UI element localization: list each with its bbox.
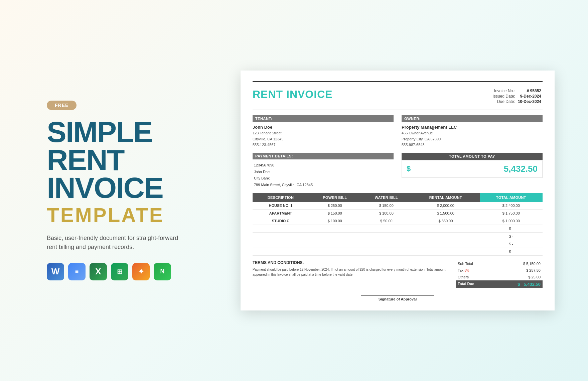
row-desc — [253, 225, 309, 232]
invoice-no-label: Invoice No.: — [491, 88, 517, 94]
tenant-address2: Cityville, CA 12345 — [253, 136, 394, 142]
title-line3: INVOICE — [47, 174, 214, 202]
payment-owner-section: PAYMENT DETAILS: 1234567890 John Doe Cit… — [253, 153, 543, 188]
row-power — [309, 232, 361, 240]
terms-title: TERMS AND CONDITIONS: — [253, 260, 448, 265]
bottom-section: TERMS AND CONDITIONS: Payment should be … — [253, 260, 543, 288]
row-rental — [412, 225, 479, 232]
col-total: TOTAL AMOUNT — [480, 193, 543, 202]
col-rental: RENTAL AMOUNT — [412, 193, 479, 202]
sheets-icon: ⊞ — [111, 263, 128, 280]
left-title: SIMPLE RENT INVOICE TEMPLATE — [47, 118, 214, 226]
top-border — [253, 81, 543, 82]
col-water: WATER BILL — [361, 193, 412, 202]
subtotal-label: Sub Total — [458, 262, 473, 266]
app-icons: W ≡ X ⊞ ✦ N — [47, 263, 214, 280]
owner-phone: 555-987-6543 — [402, 142, 543, 148]
sig-line — [361, 295, 434, 296]
table-row: $ - — [253, 240, 543, 248]
total-amount: 5,432.50 — [504, 164, 538, 174]
table-row: $ - — [253, 248, 543, 255]
row-desc: STUDIO C — [253, 217, 309, 225]
invoice-table: DESCRIPTION POWER BILL WATER BILL RENTAL… — [253, 193, 543, 256]
row-rental — [412, 248, 479, 255]
row-power — [309, 240, 361, 248]
issued-date-value: 9-Dec-2024 — [517, 94, 543, 99]
main-container: FREE SIMPLE RENT INVOICE TEMPLATE Basic,… — [33, 27, 555, 354]
row-water: $ 100.00 — [361, 209, 412, 217]
row-total: $ - — [480, 232, 543, 240]
table-row: APARTMENT $ 150.00 $ 100.00 $ 1,500.00 $… — [253, 209, 543, 217]
row-total: $ - — [480, 248, 543, 255]
title-line2: RENT — [47, 146, 214, 174]
row-water — [361, 240, 412, 248]
docs-icon: ≡ — [68, 263, 86, 280]
row-water — [361, 248, 412, 255]
table-row: STUDIO C $ 100.00 $ 50.00 $ 850.00 $ 1,0… — [253, 217, 543, 225]
table-row: HOUSE NO. 1 $ 250.00 $ 150.00 $ 2,000.00… — [253, 202, 543, 210]
owner-address1: 456 Owner Avenue — [402, 130, 543, 136]
tax-value: $ 257.50 — [526, 268, 541, 272]
due-date-label: Due Date: — [491, 99, 517, 104]
divider-1 — [253, 110, 543, 110]
row-rental: $ 850.00 — [412, 217, 479, 225]
row-power — [309, 248, 361, 255]
row-rental — [412, 240, 479, 248]
owner-header: OWNER: — [402, 115, 543, 122]
title-sub: TEMPLATE — [47, 205, 214, 226]
owner-block: OWNER: Property Management LLC 456 Owner… — [402, 115, 543, 148]
total-currency: $ — [407, 164, 411, 173]
invoice-title: RENT INVOICE — [253, 88, 333, 101]
summary-block: Sub Total $ 5,150.00 Tax 5% $ 257.50 Oth… — [456, 260, 543, 288]
tax-percent: 5% — [464, 269, 469, 272]
total-header: TOTAL AMOUNT TO PAY — [402, 153, 543, 160]
owner-name: Property Management LLC — [402, 125, 543, 130]
terms-block: TERMS AND CONDITIONS: Payment should be … — [253, 260, 448, 277]
title-line1: SIMPLE — [47, 118, 214, 146]
total-box: TOTAL AMOUNT TO PAY $ 5,432.50 — [402, 153, 543, 178]
tenant-name: John Doe — [253, 125, 394, 130]
row-power: $ 250.00 — [309, 202, 361, 210]
parties-section: TENANT: John Doe 123 Tenant Street Cityv… — [253, 115, 543, 148]
row-desc — [253, 248, 309, 255]
row-desc — [253, 240, 309, 248]
subtotal-value: $ 5,150.00 — [523, 262, 541, 266]
table-row: $ - — [253, 225, 543, 232]
total-due-value: $ 5,432.50 — [518, 282, 541, 287]
left-panel: FREE SIMPLE RENT INVOICE TEMPLATE Basic,… — [33, 87, 227, 294]
payment-bank-address: 789 Main Street, Cityville, CA 12345 — [253, 182, 394, 188]
payment-header: PAYMENT DETAILS: — [253, 153, 394, 159]
row-total: $ - — [480, 240, 543, 248]
row-desc: APARTMENT — [253, 209, 309, 217]
invoice-panel: RENT INVOICE Invoice No.: # 95852 Issued… — [241, 71, 555, 310]
keynote-icon: ✦ — [132, 263, 150, 280]
left-description: Basic, user-friendly document for straig… — [47, 234, 187, 252]
row-total: $ 2,400.00 — [480, 202, 543, 210]
others-row: Others $ 25.00 — [456, 274, 543, 280]
row-rental — [412, 232, 479, 240]
signature-section: Signature of Approval — [253, 295, 543, 301]
terms-text: Payment should be paid before 12 Novembe… — [253, 267, 448, 277]
due-date-value: 10-Dec-2024 — [517, 99, 543, 104]
others-value: $ 25.00 — [528, 275, 541, 279]
payment-block: PAYMENT DETAILS: 1234567890 John Doe Cit… — [253, 153, 394, 188]
tax-row: Tax 5% $ 257.50 — [456, 267, 543, 274]
sig-label: Signature of Approval — [253, 297, 543, 301]
numbers-icon: N — [154, 263, 171, 280]
row-water: $ 50.00 — [361, 217, 412, 225]
tenant-phone: 555-123-4567 — [253, 142, 394, 148]
col-description: DESCRIPTION — [253, 193, 309, 202]
row-power: $ 100.00 — [309, 217, 361, 225]
tenant-address1: 123 Tenant Street — [253, 130, 394, 136]
owner-address2: Property City, CA 67890 — [402, 136, 543, 142]
payment-name: John Doe — [253, 169, 394, 175]
tenant-block: TENANT: John Doe 123 Tenant Street Cityv… — [253, 115, 394, 148]
issued-date-label: Issued Date: — [491, 94, 517, 99]
table-row: $ - — [253, 232, 543, 240]
tenant-header: TENANT: — [253, 115, 394, 122]
total-due-row: Total Due $ 5,432.50 — [456, 280, 543, 288]
word-icon: W — [47, 263, 64, 280]
row-total: $ 1,750.00 — [480, 209, 543, 217]
free-badge: FREE — [47, 101, 77, 110]
row-water: $ 150.00 — [361, 202, 412, 210]
